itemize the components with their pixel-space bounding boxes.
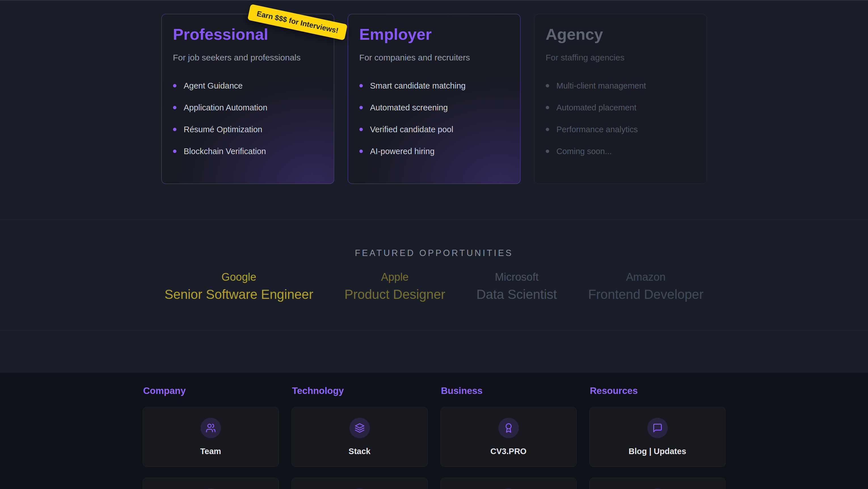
footer-card-cv3-pro[interactable]: CV3.PRO bbox=[440, 407, 577, 467]
message-square-icon bbox=[647, 418, 668, 438]
featured-heading: FEATURED OPPORTUNITIES bbox=[0, 248, 868, 258]
empty-section bbox=[0, 330, 868, 373]
plan-feature-label: Coming soon... bbox=[557, 147, 612, 156]
job-company: Apple bbox=[344, 271, 445, 284]
bullet-dot-icon bbox=[360, 128, 363, 131]
plan-feature-label: Application Automation bbox=[184, 103, 268, 112]
job-title: Product Designer bbox=[344, 287, 445, 302]
plan-feature-label: Performance analytics bbox=[557, 125, 638, 134]
bullet-dot-icon bbox=[360, 106, 363, 109]
bullet-dot-icon bbox=[173, 84, 177, 87]
featured-job-google[interactable]: GoogleSenior Software Engineer bbox=[164, 271, 313, 302]
plan-feature-label: Multi-client management bbox=[557, 81, 646, 90]
featured-job-amazon[interactable]: AmazonFrontend Developer bbox=[588, 271, 704, 302]
job-company: Microsoft bbox=[476, 271, 557, 284]
layers-icon bbox=[349, 418, 370, 438]
bullet-dot-icon bbox=[173, 106, 177, 109]
footer-card-partial[interactable] bbox=[589, 478, 725, 489]
job-title: Data Scientist bbox=[476, 287, 557, 302]
footer-column-heading: Technology bbox=[292, 385, 428, 396]
footer-column-heading: Company bbox=[143, 385, 279, 396]
footer-card-blog-updates[interactable]: Blog | Updates bbox=[589, 407, 725, 467]
plan-title: Agency bbox=[546, 26, 695, 43]
footer-card-team[interactable]: Team bbox=[143, 407, 279, 467]
plan-feature: Blockchain Verification bbox=[173, 147, 322, 156]
job-title: Senior Software Engineer bbox=[164, 287, 313, 302]
footer-columns: CompanyTeamTechnologyStackBusinessCV3.PR… bbox=[143, 385, 725, 489]
footer-column-resources: ResourcesBlog | Updates bbox=[589, 385, 725, 489]
footer-column-technology: TechnologyStack bbox=[291, 385, 428, 489]
plans-row: ProfessionalFor job seekers and professi… bbox=[0, 0, 868, 184]
featured-jobs-row: GoogleSenior Software EngineerAppleProdu… bbox=[0, 271, 868, 302]
bullet-dot-icon bbox=[173, 149, 177, 153]
plan-feature: AI-powered hiring bbox=[360, 147, 509, 156]
plans-section: ProfessionalFor job seekers and professi… bbox=[0, 0, 868, 220]
plan-subtitle: For staffing agencies bbox=[546, 53, 695, 62]
plan-feature-label: Automated screening bbox=[370, 103, 448, 112]
plan-feature-label: Smart candidate matching bbox=[370, 81, 466, 90]
footer-card-partial[interactable] bbox=[440, 478, 577, 489]
plan-feature-label: Agent Guidance bbox=[184, 81, 243, 90]
plan-title: Employer bbox=[360, 26, 509, 43]
job-company: Amazon bbox=[588, 271, 704, 284]
footer-card-stack[interactable]: Stack bbox=[291, 407, 428, 467]
featured-job-microsoft[interactable]: MicrosoftData Scientist bbox=[476, 271, 557, 302]
job-title: Frontend Developer bbox=[588, 287, 704, 302]
bullet-dot-icon bbox=[360, 84, 363, 87]
bullet-dot-icon bbox=[546, 149, 549, 153]
plan-feature-label: Verified candidate pool bbox=[370, 125, 453, 134]
plan-feature: Verified candidate pool bbox=[360, 125, 509, 134]
bullet-dot-icon bbox=[546, 106, 549, 109]
bullet-dot-icon bbox=[360, 149, 363, 153]
plan-card-employer[interactable]: EmployerFor companies and recruitersSmar… bbox=[348, 14, 521, 184]
footer: CompanyTeamTechnologyStackBusinessCV3.PR… bbox=[0, 373, 868, 489]
plan-feature: Résumé Optimization bbox=[173, 125, 322, 134]
featured-job-apple[interactable]: AppleProduct Designer bbox=[344, 271, 445, 302]
footer-card-label: Stack bbox=[349, 447, 370, 456]
plan-feature: Application Automation bbox=[173, 103, 322, 112]
plan-card-professional[interactable]: ProfessionalFor job seekers and professi… bbox=[161, 14, 334, 184]
plan-feature-list: Agent GuidanceApplication AutomationRésu… bbox=[173, 81, 322, 156]
plan-subtitle: For companies and recruiters bbox=[360, 53, 509, 62]
plan-feature-list: Smart candidate matchingAutomated screen… bbox=[360, 81, 509, 156]
plan-subtitle: For job seekers and professionals bbox=[173, 53, 322, 62]
footer-column-heading: Business bbox=[441, 385, 577, 396]
bullet-dot-icon bbox=[546, 84, 549, 87]
footer-column-company: CompanyTeam bbox=[143, 385, 279, 489]
plan-feature: Automated screening bbox=[360, 103, 509, 112]
footer-card-partial[interactable] bbox=[143, 478, 279, 489]
plan-feature: Smart candidate matching bbox=[360, 81, 509, 90]
plan-feature-label: Résumé Optimization bbox=[184, 125, 262, 134]
bullet-dot-icon bbox=[173, 128, 177, 131]
footer-card-label: CV3.PRO bbox=[491, 447, 526, 456]
plan-feature: Performance analytics bbox=[546, 125, 695, 134]
footer-card-partial[interactable] bbox=[291, 478, 428, 489]
plan-feature: Automated placement bbox=[546, 103, 695, 112]
job-company: Google bbox=[164, 271, 313, 284]
plan-card-agency: AgencyFor staffing agenciesMulti-client … bbox=[534, 14, 707, 184]
footer-card-label: Blog | Updates bbox=[628, 447, 686, 456]
bullet-dot-icon bbox=[546, 128, 549, 131]
footer-card-label: Team bbox=[200, 447, 221, 456]
featured-section: FEATURED OPPORTUNITIES GoogleSenior Soft… bbox=[0, 220, 868, 330]
plan-feature-label: Automated placement bbox=[557, 103, 637, 112]
plan-feature-list: Multi-client managementAutomated placeme… bbox=[546, 81, 695, 156]
plan-feature: Multi-client management bbox=[546, 81, 695, 90]
plan-feature: Agent Guidance bbox=[173, 81, 322, 90]
footer-column-business: BusinessCV3.PRO bbox=[440, 385, 577, 489]
users-icon bbox=[200, 418, 221, 438]
award-icon bbox=[498, 418, 519, 438]
plan-feature: Coming soon... bbox=[546, 147, 695, 156]
footer-column-heading: Resources bbox=[590, 385, 725, 396]
plan-feature-label: AI-powered hiring bbox=[370, 147, 435, 156]
plan-feature-label: Blockchain Verification bbox=[184, 147, 266, 156]
